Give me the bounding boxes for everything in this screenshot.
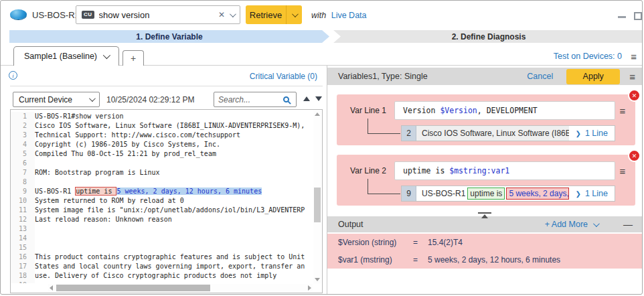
code-line: 2Cisco IOS Software, Linux Software (I86… (11, 121, 313, 131)
line-text: use. Delivery of Cisco cryptographic pro… (35, 271, 276, 281)
code-line: 9US-BOS-R1 uptime is 5 weeks, 2 days, 12… (11, 187, 313, 196)
line-text: Last reload reason: Unknown reason (35, 215, 172, 224)
cancel-button[interactable]: Cancel (527, 72, 553, 81)
minimize-icon[interactable] (618, 16, 626, 18)
find-next-button[interactable] (315, 96, 322, 101)
search-input[interactable]: Search... (214, 92, 297, 107)
retrieve-dropdown-button[interactable] (286, 5, 302, 24)
code-line: 4Copyright (c) 1986-2015 by Cisco System… (11, 140, 313, 149)
line-number: 6 (11, 159, 35, 168)
var-line-2-pattern-input[interactable]: uptime is $mstring:var1 (394, 161, 615, 180)
scroll-up-icon[interactable] (315, 113, 320, 116)
line-number: 15 (11, 243, 35, 252)
line-text: Copyright (c) 1986-2015 by Cisco Systems… (35, 140, 220, 149)
code-line: 19 (11, 281, 313, 283)
remove-var-line-2-button[interactable]: ✕ (628, 149, 641, 162)
scroll-right-icon[interactable] (308, 285, 311, 291)
var-line-2-menu-icon[interactable]: ≡ (615, 166, 630, 176)
collapse-output-handle[interactable] (478, 212, 491, 218)
device-select[interactable]: Current Device (13, 92, 100, 107)
step-define-variable[interactable]: 1. Define Variable (9, 30, 329, 43)
chevron-right-icon: ❯ (576, 190, 581, 198)
command-input[interactable]: CU show version ✕ (76, 5, 240, 24)
maximize-icon[interactable] (634, 12, 642, 20)
line-text: Cisco IOS Software, Linux Software (I86B… (35, 121, 305, 131)
line-number: 17 (11, 262, 35, 271)
scroll-left-icon[interactable] (50, 285, 53, 291)
var-line-1-card: ✕ Var Line 1 Version $Version, DEVELOPME… (337, 94, 635, 145)
command-dropdown-icon[interactable] (230, 11, 236, 17)
var-line-1-connector (368, 119, 400, 134)
code-line: 13 (11, 224, 313, 234)
find-previous-button[interactable] (303, 96, 310, 101)
chevron-down-icon (89, 95, 96, 102)
code-line: 11System image file is "unix:/opt/unetla… (11, 206, 313, 215)
line-number: 16 (11, 252, 35, 262)
collapse-output-icon[interactable]: — (623, 220, 633, 229)
output-equals: = (413, 238, 428, 247)
code-line: 1US-BOS-R1#show version (11, 112, 313, 121)
sample-line-number: 2 (402, 126, 416, 141)
scroll-down-icon[interactable] (315, 278, 320, 281)
critical-variable-link[interactable]: Critical Variable (0) (1, 72, 323, 81)
command-value: show version (99, 10, 214, 20)
step-define-diagnosis[interactable]: 2. Define Diagnosis (333, 30, 643, 43)
cli-command-badge: CU (82, 11, 94, 19)
line-text: Technical Support: http://www.cisco.com/… (35, 131, 240, 140)
var-line-1-sample-row[interactable]: 2 Cisco IOS Software, Linux Software (I8… (401, 125, 615, 141)
code-line: 3Technical Support: http://www.cisco.com… (11, 131, 313, 140)
output-title: Output (338, 220, 545, 229)
text-part: Version (403, 106, 440, 115)
line-text: US-BOS-R1#show version (35, 112, 123, 121)
expand-line-link[interactable]: ❯ 1 Line (569, 186, 615, 201)
menu-icon[interactable]: ≡ (631, 52, 637, 62)
text-part: 5 weeks, 2 days, 12 hours,... (506, 188, 568, 200)
vertical-scrollbar[interactable] (313, 110, 321, 283)
output-row: $Version (string)=15.4(2)T4 (327, 234, 642, 251)
output-var-value: 15.4(2)T4 (428, 238, 463, 247)
device-select-value: Current Device (19, 95, 72, 104)
line-text: US-BOS-R1 uptime is 5 weeks, 2 days, 12 … (35, 187, 262, 196)
apply-button[interactable]: Apply (566, 69, 620, 84)
line-text-part: uptime is (75, 187, 116, 196)
add-more-link[interactable]: + Add More (545, 220, 598, 229)
test-on-devices-link[interactable]: Test on Devices: 0 (554, 52, 622, 61)
line-number: 13 (11, 224, 35, 234)
retrieve-split-button: Retrieve (246, 5, 302, 24)
app-window: US-BOS-R1 CU show version ✕ Retrieve wit… (0, 0, 643, 295)
tab-sample1-baseline[interactable]: Sample1 (Baseline) (13, 46, 119, 66)
line-number: 8 (11, 177, 35, 187)
line-text: System returned to ROM by reload at 0 (35, 196, 184, 206)
code-line: 17States and local country laws governin… (11, 262, 313, 271)
remove-var-line-1-button[interactable]: ✕ (628, 89, 641, 102)
output-row: $var1 (mstring)=5 weeks, 2 days, 12 hour… (327, 251, 642, 269)
code-lines: 1US-BOS-R1#show version2Cisco IOS Softwa… (11, 112, 313, 283)
var-line-1-menu-icon[interactable]: ≡ (615, 106, 630, 116)
cli-output-panel[interactable]: 1US-BOS-R1#show version2Cisco IOS Softwa… (10, 109, 323, 293)
retrieve-button[interactable]: Retrieve (246, 5, 286, 24)
vertical-scroll-thumb[interactable] (314, 188, 321, 222)
add-sample-tab-button[interactable]: + (123, 50, 144, 66)
text-part: , DEVELOPMENT (477, 106, 538, 115)
var-line-1-pattern-input[interactable]: Version $Version, DEVELOPMENT (394, 101, 615, 120)
live-data-link[interactable]: Live Data (331, 11, 367, 20)
chevron-down-icon (103, 52, 110, 59)
text-part: uptime is (467, 188, 505, 200)
var-line-2-sample-row[interactable]: 9 US-BOS-R1uptime is5 weeks, 2 days, 12 … (401, 186, 615, 202)
variables-menu-icon[interactable]: ≡ (629, 72, 635, 82)
device-name: US-BOS-R1 (32, 10, 80, 20)
line-number: 5 (11, 149, 35, 159)
chevron-right-icon: ❯ (576, 130, 581, 137)
text-part: US-BOS-R1 (416, 189, 465, 198)
horizontal-scroll-thumb[interactable] (56, 285, 210, 291)
expand-line-link[interactable]: ❯ 1 Line (569, 126, 615, 141)
expand-line-label: 1 Line (585, 129, 608, 138)
code-line: 6 (11, 159, 313, 168)
var-line-2-label: Var Line 2 (342, 166, 394, 175)
clear-command-icon[interactable]: ✕ (218, 11, 225, 19)
code-line: 8 (11, 177, 313, 187)
text-part: $Version (440, 106, 477, 115)
code-line: 16This product contains cryptographic fe… (11, 252, 313, 262)
horizontal-scrollbar[interactable] (48, 284, 313, 292)
search-icon[interactable] (283, 96, 289, 102)
